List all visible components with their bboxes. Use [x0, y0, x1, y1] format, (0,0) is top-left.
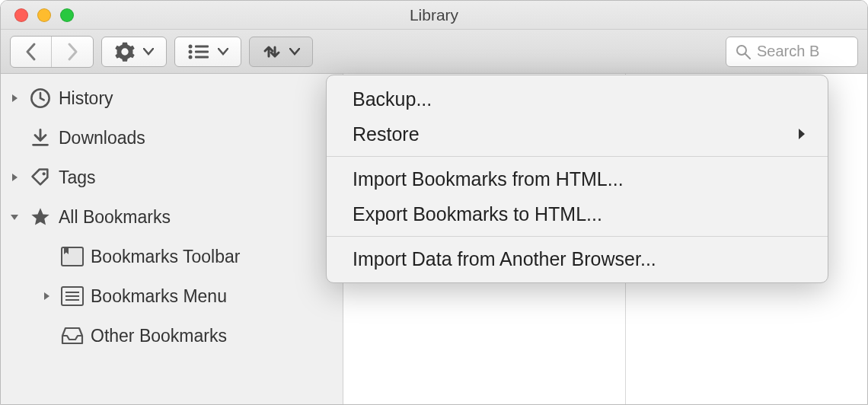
chevron-left-icon [24, 41, 38, 62]
sidebar: History Downloads Tags [1, 74, 343, 404]
import-export-icon [262, 42, 282, 62]
chevron-down-icon [289, 48, 300, 56]
chevron-down-icon [218, 48, 228, 56]
bookmarks-menu-icon [60, 284, 85, 308]
gear-icon [114, 41, 136, 62]
import-backup-button[interactable] [249, 37, 313, 67]
menu-separator [327, 156, 828, 157]
svg-rect-5 [195, 56, 209, 58]
toolbar [1, 30, 867, 74]
sidebar-item-other-bookmarks[interactable]: Other Bookmarks [1, 316, 343, 356]
disclosure-triangle[interactable] [39, 290, 54, 302]
close-window-button[interactable] [14, 8, 28, 22]
menu-separator [327, 236, 828, 237]
titlebar: Library [1, 1, 867, 30]
svg-rect-3 [195, 50, 209, 53]
menu-item-label: Restore [353, 123, 420, 145]
sidebar-item-all-bookmarks[interactable]: All Bookmarks [1, 197, 343, 237]
nav-buttons [10, 36, 94, 68]
menu-item-label: Import Data from Another Browser... [353, 248, 656, 270]
sidebar-item-bookmarks-toolbar[interactable]: Bookmarks Toolbar [1, 237, 343, 276]
menu-item-export-html[interactable]: Export Bookmarks to HTML... [327, 196, 828, 231]
sidebar-item-label: Bookmarks Toolbar [91, 247, 240, 267]
disclosure-triangle[interactable] [7, 92, 22, 104]
tag-icon [28, 165, 53, 190]
minimize-window-button[interactable] [37, 8, 51, 22]
sidebar-item-downloads[interactable]: Downloads [1, 118, 343, 158]
svg-point-10 [43, 172, 46, 175]
disclosure-triangle[interactable] [7, 211, 22, 223]
menu-item-label: Backup... [353, 88, 432, 110]
menu-item-backup[interactable]: Backup... [327, 81, 828, 116]
search-input[interactable] [757, 43, 848, 60]
sidebar-item-label: Downloads [59, 128, 145, 148]
zoom-window-button[interactable] [60, 8, 74, 22]
sidebar-item-label: Bookmarks Menu [91, 286, 227, 307]
forward-button[interactable] [52, 37, 93, 67]
search-box[interactable] [726, 37, 858, 67]
menu-item-import-browser[interactable]: Import Data from Another Browser... [327, 241, 828, 276]
download-icon [28, 126, 53, 150]
svg-point-6 [737, 46, 746, 55]
back-button[interactable] [11, 37, 52, 67]
traffic-lights [1, 8, 74, 22]
menu-item-import-html[interactable]: Import Bookmarks from HTML... [327, 161, 828, 196]
sidebar-item-label: Tags [59, 167, 96, 188]
svg-point-0 [189, 44, 193, 48]
inbox-icon [60, 324, 85, 348]
menu-item-label: Export Bookmarks to HTML... [353, 203, 602, 225]
clock-icon [28, 86, 53, 110]
chevron-right-icon [65, 41, 79, 62]
sidebar-item-label: Other Bookmarks [91, 326, 227, 346]
submenu-arrow-icon [797, 123, 806, 145]
menu-item-restore[interactable]: Restore [327, 116, 828, 151]
sidebar-item-label: History [59, 88, 113, 109]
sidebar-item-bookmarks-menu[interactable]: Bookmarks Menu [1, 276, 343, 316]
chevron-down-icon [143, 48, 154, 56]
svg-point-2 [189, 49, 193, 53]
sidebar-item-tags[interactable]: Tags [1, 158, 343, 197]
list-icon [187, 43, 210, 60]
svg-point-4 [189, 55, 193, 59]
svg-line-7 [745, 54, 750, 59]
organize-button[interactable] [101, 37, 167, 67]
window-title: Library [410, 6, 458, 24]
sidebar-item-history[interactable]: History [1, 78, 343, 118]
disclosure-triangle[interactable] [7, 171, 22, 183]
svg-rect-1 [195, 45, 209, 47]
import-backup-menu: Backup... Restore Import Bookmarks from … [326, 75, 828, 283]
search-icon [736, 44, 751, 59]
sidebar-item-label: All Bookmarks [59, 207, 171, 228]
bookmarks-toolbar-icon [60, 244, 85, 269]
star-icon [28, 205, 53, 229]
views-button[interactable] [174, 37, 241, 67]
menu-item-label: Import Bookmarks from HTML... [353, 168, 624, 190]
